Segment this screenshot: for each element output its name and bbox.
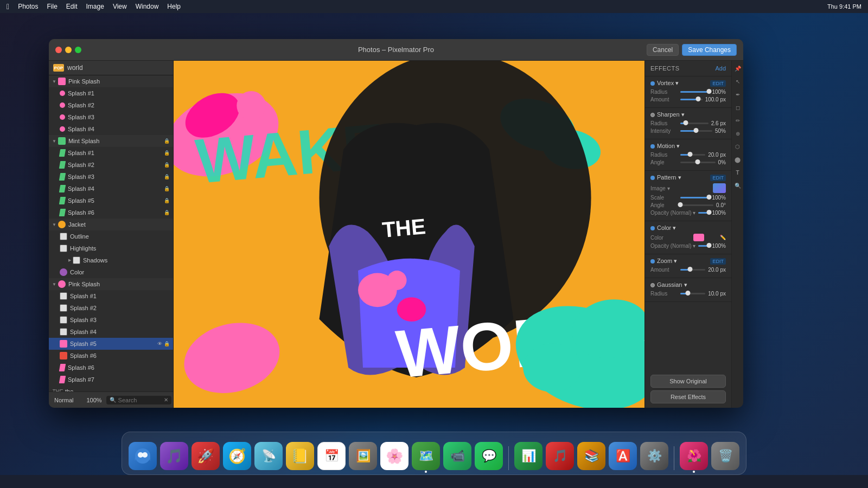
layer-pink-splash-2[interactable]: Splash #2 xyxy=(49,99,173,111)
param-slider[interactable] xyxy=(680,269,705,271)
dock-facetime[interactable]: 📹 xyxy=(443,442,471,470)
dock-trash[interactable]: 🗑️ xyxy=(711,442,739,470)
layer-shadows[interactable]: ▶ Shadows xyxy=(49,254,173,266)
layer-ps2-4[interactable]: Splash #4 xyxy=(49,326,173,338)
param-slider[interactable] xyxy=(680,91,709,93)
menu-image[interactable]: Image xyxy=(86,3,104,10)
effect-name[interactable]: Pattern ▾ xyxy=(657,174,681,181)
layer-mint-splash-4[interactable]: Splash #4 🔒 xyxy=(49,183,173,195)
layers-list[interactable]: ▼ Pink Splash Splash #1 Splash #2 xyxy=(49,75,173,391)
layer-ps2-2[interactable]: Splash #2 xyxy=(49,302,173,314)
effect-edit-button[interactable]: EDIT xyxy=(710,258,726,265)
group-jacket[interactable]: ▼ Jacket xyxy=(49,219,173,230)
effect-name[interactable]: Vortex ▾ xyxy=(657,80,679,87)
color-tool-icon[interactable]: ⬡ xyxy=(732,141,743,152)
param-slider[interactable] xyxy=(680,99,703,100)
color-edit-icon[interactable]: ✏️ xyxy=(720,235,726,240)
color-swatch[interactable] xyxy=(693,234,704,241)
dock-maps[interactable]: 🗺️ xyxy=(412,442,440,470)
effect-enabled-dot[interactable] xyxy=(650,113,655,117)
menu-view[interactable]: View xyxy=(113,3,127,10)
group-pink-splash-2[interactable]: ▼ Pink Splash xyxy=(49,278,173,290)
fullscreen-button[interactable] xyxy=(75,47,81,53)
brush-icon[interactable]: ✏ xyxy=(732,115,743,126)
dock-books[interactable]: 📚 xyxy=(577,442,605,470)
dock-system-prefs[interactable]: ⚙️ xyxy=(640,442,668,470)
zoom-search-icon[interactable]: 🔍 xyxy=(732,180,743,191)
effect-enabled-dot[interactable] xyxy=(650,259,655,264)
effect-name[interactable]: Sharpen ▾ xyxy=(657,111,685,118)
layer-pink-splash-4[interactable]: Splash #4 xyxy=(49,123,173,135)
param-slider[interactable] xyxy=(680,154,705,156)
layer-ps2-6a[interactable]: Splash #6 xyxy=(49,350,173,362)
blend-mode-select[interactable]: Normal xyxy=(54,397,73,403)
text-icon[interactable]: T xyxy=(732,167,743,178)
pen-icon[interactable]: ✒ xyxy=(732,89,743,100)
param-slider[interactable] xyxy=(680,197,709,198)
param-slider[interactable] xyxy=(680,130,712,132)
layer-mint-splash-3[interactable]: Splash #3 🔒 xyxy=(49,171,173,183)
dock-finder[interactable]: FINDER xyxy=(129,442,157,470)
group-mint-splash[interactable]: ▼ Mint Splash 🔒 xyxy=(49,135,173,147)
dock-preview[interactable]: 🖼️ xyxy=(349,442,377,470)
menu-edit[interactable]: Edit xyxy=(66,3,78,10)
layer-ps2-5[interactable]: Splash #5 👁 🔒 xyxy=(49,338,173,350)
stamp-icon[interactable]: ⊕ xyxy=(732,128,743,139)
layer-ps2-1[interactable]: Splash #1 xyxy=(49,290,173,302)
dock-airdrop[interactable]: 📡 xyxy=(254,442,283,470)
layer-mint-splash-1[interactable]: Splash #1 🔒 xyxy=(49,147,173,159)
effect-enabled-dot[interactable] xyxy=(650,144,655,149)
layer-ps2-3[interactable]: Splash #3 xyxy=(49,314,173,326)
dock-photos[interactable]: 🌸 xyxy=(380,442,409,470)
dock-siri[interactable]: 🎵 xyxy=(160,442,188,470)
param-slider[interactable] xyxy=(680,293,705,294)
layer-ps2-7[interactable]: Splash #7 xyxy=(49,374,173,386)
layer-mint-splash-5[interactable]: Splash #5 🔒 xyxy=(49,195,173,207)
param-slider[interactable] xyxy=(698,245,709,247)
effect-name[interactable]: Color ▾ xyxy=(657,224,676,232)
dock-photos2[interactable]: 🌺 xyxy=(680,442,708,470)
image-swatch[interactable] xyxy=(713,183,726,193)
param-slider[interactable] xyxy=(680,162,716,163)
reset-effects-button[interactable]: Reset Effects xyxy=(650,390,726,403)
effect-edit-button[interactable]: EDIT xyxy=(710,175,726,181)
effect-enabled-dot[interactable] xyxy=(650,81,655,86)
effect-name[interactable]: Motion ▾ xyxy=(657,143,680,150)
dock-safari[interactable]: 🧭 xyxy=(223,442,251,470)
effect-enabled-dot[interactable] xyxy=(650,283,655,287)
menu-file[interactable]: File xyxy=(47,3,57,10)
group-pink-splash-1[interactable]: ▼ Pink Splash xyxy=(49,75,173,87)
dock-notes[interactable]: 📒 xyxy=(286,442,314,470)
effect-enabled-dot[interactable] xyxy=(650,176,655,180)
cursor-icon[interactable]: ↖ xyxy=(732,76,743,87)
effect-name[interactable]: Gaussian ▾ xyxy=(657,281,687,288)
search-input[interactable] xyxy=(118,397,162,403)
dock-messages[interactable]: 💬 xyxy=(475,442,503,470)
show-original-button[interactable]: Show Original xyxy=(650,375,726,388)
layer-ps2-6b[interactable]: Splash #6 xyxy=(49,362,173,374)
minimize-button[interactable] xyxy=(65,47,72,53)
transform-icon[interactable]: ◻ xyxy=(732,102,743,113)
pin-icon[interactable]: 📌 xyxy=(732,63,743,74)
effect-edit-button[interactable]: EDIT xyxy=(710,80,726,87)
layer-mint-splash-6[interactable]: Splash #6 🔒 xyxy=(49,207,173,219)
save-button[interactable]: Save Changes xyxy=(682,44,737,56)
layer-mint-splash-2[interactable]: Splash #2 🔒 xyxy=(49,159,173,171)
menu-photos[interactable]: Photos xyxy=(18,3,38,10)
effect-name[interactable]: Zoom ▾ xyxy=(657,258,677,265)
layer-pink-splash-3[interactable]: Splash #3 xyxy=(49,111,173,123)
dock-music[interactable]: 🎵 xyxy=(546,442,574,470)
dock-appstore[interactable]: 🅰️ xyxy=(609,442,637,470)
cancel-button[interactable]: Cancel xyxy=(647,44,679,56)
param-slider[interactable] xyxy=(680,204,713,206)
effects-add-button[interactable]: Add xyxy=(715,65,726,72)
close-button[interactable] xyxy=(55,47,62,53)
effect-enabled-dot[interactable] xyxy=(650,226,655,230)
layer-highlights[interactable]: Highlights xyxy=(49,242,173,254)
fill-icon[interactable]: ⬤ xyxy=(732,154,743,165)
layer-pink-splash-1[interactable]: Splash #1 xyxy=(49,87,173,99)
param-slider[interactable] xyxy=(698,212,709,214)
layer-color[interactable]: Color xyxy=(49,266,173,278)
dock-numbers[interactable]: 📊 xyxy=(514,442,542,470)
menu-help[interactable]: Help xyxy=(167,3,181,10)
